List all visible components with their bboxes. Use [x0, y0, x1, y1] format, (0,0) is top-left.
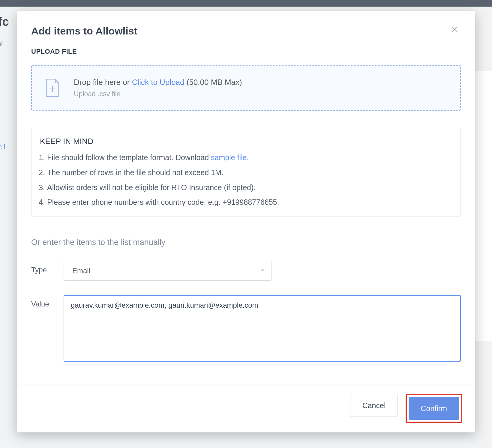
manual-entry-intro: Or enter the items to the list manually [31, 238, 461, 247]
keep-item-4: Please enter phone numbers with country … [47, 197, 452, 208]
close-button[interactable] [449, 23, 461, 35]
click-to-upload-link[interactable]: Click to Upload [132, 78, 184, 87]
keep-item-3: Allowlist orders will not be eligible fo… [47, 183, 452, 193]
background-subtitle-fragment: ocomi [0, 40, 3, 48]
dropzone-sub-text: Upload .csv file [74, 90, 242, 98]
upload-file-label: UPLOAD FILE [31, 48, 461, 55]
cancel-button[interactable]: Cancel [350, 394, 398, 417]
modal-title: Add items to Allowlist [31, 25, 137, 37]
close-icon [451, 25, 459, 33]
background-title-fragment: atfc [0, 15, 9, 28]
type-select[interactable]: Email [64, 261, 272, 281]
type-select-value: Email [72, 267, 90, 275]
file-upload-icon [45, 79, 60, 97]
add-allowlist-modal: Add items to Allowlist UPLOAD FILE Drop … [17, 11, 475, 432]
value-textarea[interactable] [64, 295, 461, 362]
background-link-fragment: agic l [0, 143, 5, 151]
confirm-button[interactable]: Confirm [409, 397, 459, 420]
keep-in-mind-title: KEEP IN MIND [40, 137, 452, 146]
sample-file-link[interactable]: sample file. [211, 153, 249, 162]
confirm-button-highlight: Confirm [406, 394, 462, 423]
type-label: Type [31, 261, 64, 274]
upload-dropzone[interactable]: Drop file here or Click to Upload (50.00… [31, 65, 461, 111]
keep-in-mind-box: KEEP IN MIND File should follow the temp… [31, 128, 461, 217]
keep-item-1: File should follow the template format. … [47, 153, 452, 163]
keep-item-2: The number of rows in the file should no… [47, 168, 452, 178]
value-label: Value [31, 295, 64, 308]
dropzone-main-text: Drop file here or Click to Upload (50.00… [74, 78, 242, 87]
